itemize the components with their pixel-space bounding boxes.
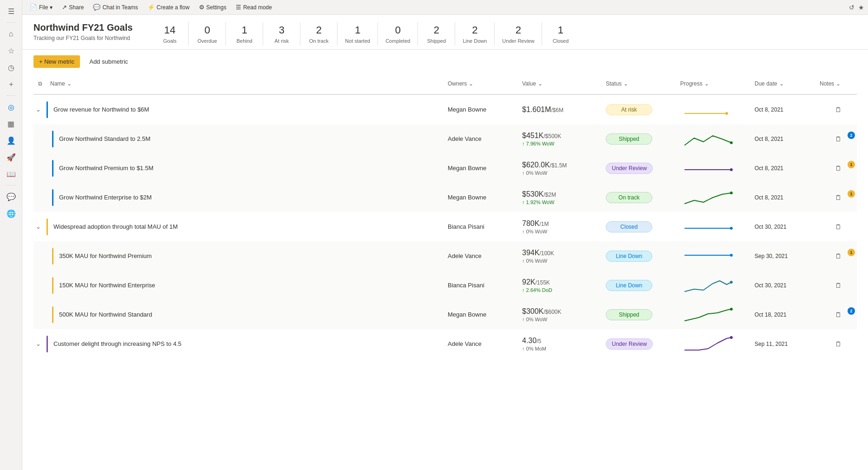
- value-cell: $530K/$2M ↑ 1.92% WoW: [522, 190, 606, 205]
- metric-name: Grow revenue for Northwind to $6M: [53, 106, 149, 113]
- value-target: /$600K: [543, 309, 561, 315]
- owners-sort-icon: ⌄: [469, 80, 473, 87]
- sidebar-add-icon[interactable]: ＋: [4, 77, 19, 92]
- col-header-notes[interactable]: Notes ⌄: [820, 80, 857, 87]
- stat-item-closed[interactable]: 1Closed: [542, 22, 579, 46]
- svg-point-6: [730, 281, 733, 284]
- stat-item-at-risk[interactable]: 3At risk: [263, 22, 300, 46]
- sidebar-globe-icon[interactable]: 🌐: [4, 206, 19, 221]
- sidebar-chat-icon[interactable]: 💬: [4, 189, 19, 204]
- stat-item-shipped[interactable]: 2Shipped: [417, 22, 455, 46]
- sidebar-favorites-icon[interactable]: ☆: [4, 43, 19, 58]
- add-submetric-button[interactable]: Add submetric: [84, 55, 133, 68]
- share-label: Share: [69, 4, 84, 11]
- name-cell: ⌄ Widespread adoption through total MAU …: [33, 218, 448, 235]
- notes-button[interactable]: 🗒: [833, 309, 844, 320]
- sidebar-home-icon[interactable]: ⌂: [4, 26, 19, 41]
- name-cell: 500K MAU for Northwind Standard: [33, 306, 448, 323]
- create-flow-button[interactable]: ⚡ Create a flow: [144, 3, 193, 12]
- value-cell: $620.0K/$1.5M ↑ 0% WoW: [522, 161, 606, 176]
- value-change: ↑ 0% MoM: [522, 346, 606, 351]
- col-header-name[interactable]: Name ⌄: [50, 80, 72, 87]
- notes-badge: 2: [848, 307, 855, 315]
- topbar-right: ↺ ★: [849, 4, 864, 11]
- sidebar-book-icon[interactable]: 📖: [4, 166, 19, 181]
- file-label: File: [39, 4, 48, 11]
- stat-item-overdue[interactable]: 0Overdue: [188, 22, 225, 46]
- metric-name: Grow Northwind Enterprise to $2M: [59, 194, 152, 201]
- value-main: $300K: [522, 307, 543, 315]
- stat-item-line-down[interactable]: 2Line Down: [455, 22, 494, 46]
- stat-item-completed[interactable]: 0Completed: [378, 22, 417, 46]
- value-main: 92K: [522, 278, 535, 286]
- col-header-status[interactable]: Status ⌄: [606, 80, 680, 87]
- svg-point-8: [730, 336, 733, 339]
- value-cell: $300K/$600K ↑ 0% WoW: [522, 307, 606, 322]
- table-row: ⌄ Widespread adoption through total MAU …: [33, 212, 857, 241]
- stat-item-not-started[interactable]: 1Not started: [337, 22, 378, 46]
- sidebar-recent-icon[interactable]: ◷: [4, 60, 19, 75]
- value-main: 780K: [522, 219, 539, 227]
- sidebar-people-icon[interactable]: 👤: [4, 133, 19, 148]
- notes-button[interactable]: 🗒: [833, 163, 844, 174]
- read-mode-icon: ☰: [236, 4, 241, 11]
- value-main: $530K: [522, 190, 543, 198]
- sidebar-rocket-icon[interactable]: 🚀: [4, 150, 19, 165]
- notes-button[interactable]: 🗒: [833, 221, 844, 232]
- stat-item-goals[interactable]: 14Goals: [151, 22, 188, 46]
- filter-button[interactable]: ⧉: [33, 77, 46, 90]
- stat-item-under-review[interactable]: 2Under Review: [494, 22, 542, 46]
- share-button[interactable]: ↗ Share: [58, 3, 87, 12]
- topbar: 📄 File ▾ ↗ Share 💬 Chat in Teams ⚡ Creat…: [22, 0, 868, 15]
- star-icon[interactable]: ★: [858, 4, 864, 11]
- due-date-cell: Oct 18, 2021: [755, 311, 820, 318]
- notes-button[interactable]: 🗒: [833, 192, 844, 203]
- stat-item-behind[interactable]: 1Behind: [225, 22, 263, 46]
- notes-sort-icon: ⌄: [836, 80, 841, 87]
- value-change: ↑ 0% WoW: [522, 229, 606, 234]
- read-mode-label: Read mode: [243, 4, 272, 11]
- settings-button[interactable]: ⚙ Settings: [195, 3, 230, 12]
- status-badge: Closed: [606, 221, 652, 232]
- notes-button[interactable]: 🗒: [833, 338, 844, 350]
- progress-cell: [680, 99, 755, 119]
- name-cell: Grow Northwind Enterprise to $2M: [33, 189, 448, 206]
- notes-button[interactable]: 🗒: [833, 104, 844, 115]
- file-button[interactable]: 📄 File ▾: [26, 3, 56, 12]
- sparkline-chart: [680, 129, 731, 147]
- row-border: [52, 160, 53, 177]
- chat-teams-button[interactable]: 💬 Chat in Teams: [89, 3, 141, 12]
- status-cell: Under Review: [606, 338, 680, 350]
- notes-button[interactable]: 🗒: [833, 280, 844, 291]
- sparkline-chart: [680, 158, 731, 177]
- sidebar: ☰ ⌂ ☆ ◷ ＋ ◎ ▦ 👤 🚀 📖 💬 🌐: [0, 0, 22, 470]
- owner-cell: Megan Bowne: [448, 311, 522, 318]
- col-header-owners[interactable]: Owners ⌄: [448, 80, 522, 87]
- refresh-icon[interactable]: ↺: [849, 4, 855, 11]
- table-row: 350K MAU for Northwind Premium Adele Van…: [33, 241, 857, 271]
- new-metric-button[interactable]: + New metric: [33, 55, 80, 68]
- expand-button[interactable]: ⌄: [33, 105, 43, 114]
- col-header-due-date[interactable]: Due date ⌄: [755, 80, 820, 87]
- col-header-progress[interactable]: Progress ⌄: [680, 80, 755, 87]
- file-icon: 📄: [30, 4, 37, 11]
- notes-button[interactable]: 🗒: [833, 251, 844, 262]
- new-metric-label: + New metric: [39, 58, 74, 65]
- expand-button[interactable]: ⌄: [33, 339, 43, 349]
- svg-point-4: [730, 227, 733, 230]
- value-cell: 92K/155K ↑ 2.64% DoD: [522, 278, 606, 293]
- stat-item-on-track[interactable]: 2On track: [300, 22, 337, 46]
- metric-name: 150K MAU for Northwind Enterprise: [59, 282, 155, 289]
- sparkline-chart: [680, 217, 731, 235]
- notes-button[interactable]: 🗒: [833, 133, 844, 145]
- notes-cell: 🗒 2: [820, 309, 857, 320]
- sidebar-menu-icon[interactable]: ☰: [4, 4, 19, 19]
- sidebar-board-icon[interactable]: ▦: [4, 116, 19, 131]
- sidebar-goals-icon[interactable]: ◎: [4, 99, 19, 114]
- progress-sort-icon: ⌄: [704, 80, 709, 87]
- owner-cell: Adele Vance: [448, 135, 522, 142]
- expand-button[interactable]: ⌄: [33, 222, 43, 232]
- col-header-value[interactable]: Value ⌄: [522, 80, 606, 87]
- read-mode-button[interactable]: ☰ Read mode: [232, 3, 276, 12]
- value-main: $620.0K: [522, 161, 550, 169]
